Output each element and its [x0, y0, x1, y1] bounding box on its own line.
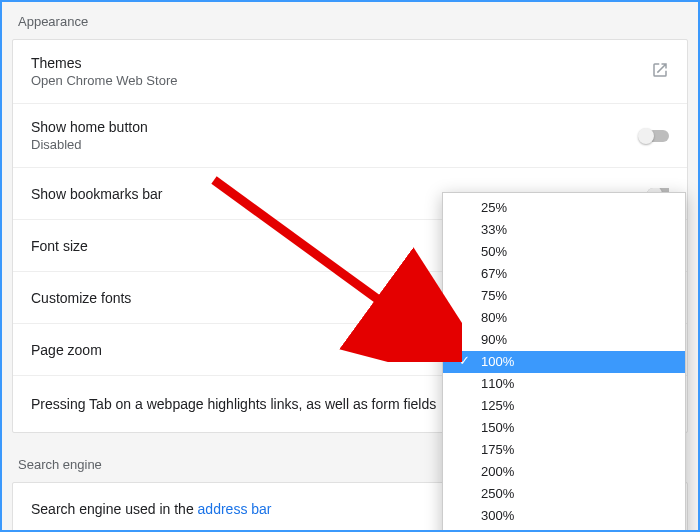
zoom-option[interactable]: 33%: [443, 219, 685, 241]
zoom-option[interactable]: 250%: [443, 483, 685, 505]
toggle-home-button[interactable]: [639, 130, 669, 142]
tab-highlight-title: Pressing Tab on a webpage highlights lin…: [31, 396, 436, 412]
row-show-home-button: Show home button Disabled: [13, 104, 687, 168]
zoom-option[interactable]: 75%: [443, 285, 685, 307]
search-engine-prefix: Search engine used in the: [31, 501, 198, 517]
zoom-option[interactable]: 67%: [443, 263, 685, 285]
home-button-title: Show home button: [31, 119, 148, 135]
zoom-option[interactable]: 110%: [443, 373, 685, 395]
zoom-option[interactable]: 25%: [443, 197, 685, 219]
zoom-option[interactable]: 100%: [443, 351, 685, 373]
page-zoom-dropdown[interactable]: 25%33%50%67%75%80%90%100%110%125%150%175…: [442, 192, 686, 532]
themes-title: Themes: [31, 55, 177, 71]
home-button-sub: Disabled: [31, 137, 148, 152]
themes-sub: Open Chrome Web Store: [31, 73, 177, 88]
external-link-icon[interactable]: [651, 61, 669, 83]
section-header-appearance: Appearance: [12, 8, 688, 39]
zoom-option[interactable]: 50%: [443, 241, 685, 263]
search-engine-text: Search engine used in the address bar: [31, 501, 272, 517]
zoom-option[interactable]: 90%: [443, 329, 685, 351]
zoom-option[interactable]: 200%: [443, 461, 685, 483]
zoom-option[interactable]: 150%: [443, 417, 685, 439]
zoom-option[interactable]: 175%: [443, 439, 685, 461]
zoom-option[interactable]: 300%: [443, 505, 685, 527]
zoom-option[interactable]: 125%: [443, 395, 685, 417]
address-bar-link[interactable]: address bar: [198, 501, 272, 517]
row-themes[interactable]: Themes Open Chrome Web Store: [13, 40, 687, 104]
customize-fonts-title: Customize fonts: [31, 290, 131, 306]
bookmarks-title: Show bookmarks bar: [31, 186, 163, 202]
zoom-option[interactable]: 80%: [443, 307, 685, 329]
page-zoom-title: Page zoom: [31, 342, 102, 358]
font-size-title: Font size: [31, 238, 88, 254]
